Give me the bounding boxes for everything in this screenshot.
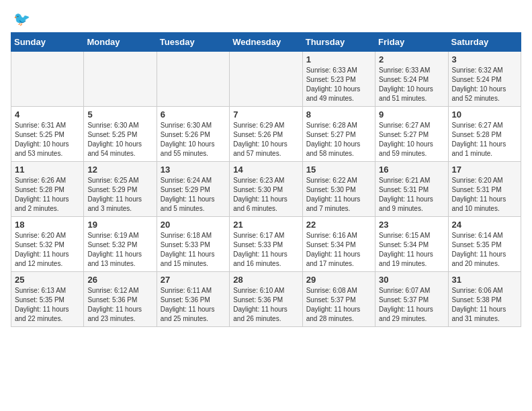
day-info: Sunrise: 6:30 AM Sunset: 5:25 PM Dayligh… — [87, 121, 152, 158]
day-number: 6 — [161, 109, 226, 120]
day-number: 9 — [379, 109, 444, 120]
day-number: 11 — [15, 165, 80, 175]
day-number: 21 — [233, 220, 298, 230]
calendar-cell: 2Sunrise: 6:33 AM Sunset: 5:24 PM Daylig… — [375, 52, 448, 107]
page-header: 🐦 — [11, 11, 521, 27]
day-number: 15 — [306, 165, 371, 175]
day-info: Sunrise: 6:33 AM Sunset: 5:24 PM Dayligh… — [379, 66, 444, 103]
day-info: Sunrise: 6:25 AM Sunset: 5:29 PM Dayligh… — [87, 176, 152, 214]
calendar-cell: 15Sunrise: 6:22 AM Sunset: 5:30 PM Dayli… — [302, 162, 375, 217]
day-info: Sunrise: 6:31 AM Sunset: 5:25 PM Dayligh… — [15, 121, 80, 158]
calendar-week-1: 1Sunrise: 6:33 AM Sunset: 5:23 PM Daylig… — [11, 52, 521, 107]
calendar-cell — [230, 52, 302, 107]
day-info: Sunrise: 6:28 AM Sunset: 5:27 PM Dayligh… — [306, 121, 371, 158]
calendar-cell: 26Sunrise: 6:12 AM Sunset: 5:36 PM Dayli… — [84, 272, 157, 327]
calendar-cell: 29Sunrise: 6:08 AM Sunset: 5:37 PM Dayli… — [302, 272, 375, 327]
calendar-cell: 17Sunrise: 6:20 AM Sunset: 5:31 PM Dayli… — [448, 162, 521, 217]
day-info: Sunrise: 6:33 AM Sunset: 5:23 PM Dayligh… — [306, 66, 371, 103]
calendar-cell: 23Sunrise: 6:15 AM Sunset: 5:34 PM Dayli… — [375, 217, 448, 272]
day-number: 23 — [379, 220, 444, 230]
day-number: 8 — [306, 109, 371, 120]
calendar-cell: 13Sunrise: 6:24 AM Sunset: 5:29 PM Dayli… — [157, 162, 229, 217]
day-info: Sunrise: 6:20 AM Sunset: 5:32 PM Dayligh… — [15, 231, 80, 269]
calendar-cell: 14Sunrise: 6:23 AM Sunset: 5:30 PM Dayli… — [230, 162, 302, 217]
day-number: 29 — [306, 275, 371, 285]
day-info: Sunrise: 6:24 AM Sunset: 5:29 PM Dayligh… — [161, 176, 226, 214]
header-thursday: Thursday — [302, 33, 375, 52]
calendar-cell: 31Sunrise: 6:06 AM Sunset: 5:38 PM Dayli… — [448, 272, 521, 327]
header-sunday: Sunday — [11, 33, 84, 52]
day-info: Sunrise: 6:18 AM Sunset: 5:33 PM Dayligh… — [161, 231, 226, 269]
calendar-cell: 25Sunrise: 6:13 AM Sunset: 5:35 PM Dayli… — [11, 272, 84, 327]
day-number: 25 — [15, 275, 80, 285]
day-info: Sunrise: 6:16 AM Sunset: 5:34 PM Dayligh… — [306, 231, 371, 269]
day-number: 27 — [161, 275, 226, 285]
calendar-cell: 10Sunrise: 6:27 AM Sunset: 5:28 PM Dayli… — [448, 107, 521, 162]
day-number: 19 — [87, 220, 152, 230]
day-info: Sunrise: 6:15 AM Sunset: 5:34 PM Dayligh… — [379, 231, 444, 269]
day-info: Sunrise: 6:23 AM Sunset: 5:30 PM Dayligh… — [233, 176, 298, 214]
calendar-cell: 9Sunrise: 6:27 AM Sunset: 5:27 PM Daylig… — [375, 107, 448, 162]
day-number: 26 — [87, 275, 152, 285]
day-number: 24 — [452, 220, 517, 230]
day-number: 2 — [379, 54, 444, 64]
calendar-cell — [157, 52, 229, 107]
logo: 🐦 — [11, 11, 30, 27]
calendar-cell: 30Sunrise: 6:07 AM Sunset: 5:37 PM Dayli… — [375, 272, 448, 327]
header-friday: Friday — [375, 33, 448, 52]
calendar-cell: 20Sunrise: 6:18 AM Sunset: 5:33 PM Dayli… — [157, 217, 229, 272]
calendar-week-3: 11Sunrise: 6:26 AM Sunset: 5:28 PM Dayli… — [11, 162, 521, 217]
calendar-table: SundayMondayTuesdayWednesdayThursdayFrid… — [11, 32, 521, 327]
day-number: 17 — [452, 165, 517, 175]
calendar-cell: 4Sunrise: 6:31 AM Sunset: 5:25 PM Daylig… — [11, 107, 84, 162]
calendar-cell: 27Sunrise: 6:11 AM Sunset: 5:36 PM Dayli… — [157, 272, 229, 327]
header-monday: Monday — [84, 33, 157, 52]
calendar-cell: 16Sunrise: 6:21 AM Sunset: 5:31 PM Dayli… — [375, 162, 448, 217]
calendar-cell: 22Sunrise: 6:16 AM Sunset: 5:34 PM Dayli… — [302, 217, 375, 272]
day-number: 20 — [161, 220, 226, 230]
day-info: Sunrise: 6:07 AM Sunset: 5:37 PM Dayligh… — [379, 286, 444, 324]
calendar-cell: 5Sunrise: 6:30 AM Sunset: 5:25 PM Daylig… — [84, 107, 157, 162]
calendar-cell: 3Sunrise: 6:32 AM Sunset: 5:24 PM Daylig… — [448, 52, 521, 107]
day-info: Sunrise: 6:14 AM Sunset: 5:35 PM Dayligh… — [452, 231, 517, 269]
day-number: 22 — [306, 220, 371, 230]
calendar-cell: 21Sunrise: 6:17 AM Sunset: 5:33 PM Dayli… — [230, 217, 302, 272]
day-info: Sunrise: 6:21 AM Sunset: 5:31 PM Dayligh… — [379, 176, 444, 214]
day-number: 3 — [452, 54, 517, 64]
day-info: Sunrise: 6:26 AM Sunset: 5:28 PM Dayligh… — [15, 176, 80, 214]
calendar-cell: 12Sunrise: 6:25 AM Sunset: 5:29 PM Dayli… — [84, 162, 157, 217]
day-number: 30 — [379, 275, 444, 285]
calendar-cell: 8Sunrise: 6:28 AM Sunset: 5:27 PM Daylig… — [302, 107, 375, 162]
calendar-cell: 7Sunrise: 6:29 AM Sunset: 5:26 PM Daylig… — [230, 107, 302, 162]
day-info: Sunrise: 6:19 AM Sunset: 5:32 PM Dayligh… — [87, 231, 152, 269]
logo-bird-icon: 🐦 — [13, 11, 30, 27]
day-number: 5 — [87, 109, 152, 120]
calendar-week-4: 18Sunrise: 6:20 AM Sunset: 5:32 PM Dayli… — [11, 217, 521, 272]
day-number: 14 — [233, 165, 298, 175]
header-wednesday: Wednesday — [230, 33, 302, 52]
calendar-week-5: 25Sunrise: 6:13 AM Sunset: 5:35 PM Dayli… — [11, 272, 521, 327]
day-info: Sunrise: 6:08 AM Sunset: 5:37 PM Dayligh… — [306, 286, 371, 324]
calendar-header-row: SundayMondayTuesdayWednesdayThursdayFrid… — [11, 33, 521, 52]
day-info: Sunrise: 6:32 AM Sunset: 5:24 PM Dayligh… — [452, 66, 517, 103]
day-number: 18 — [15, 220, 80, 230]
calendar-cell: 28Sunrise: 6:10 AM Sunset: 5:36 PM Dayli… — [230, 272, 302, 327]
day-number: 4 — [15, 109, 80, 120]
day-info: Sunrise: 6:13 AM Sunset: 5:35 PM Dayligh… — [15, 286, 80, 324]
calendar-cell — [11, 52, 84, 107]
day-number: 28 — [233, 275, 298, 285]
day-number: 31 — [452, 275, 517, 285]
day-info: Sunrise: 6:27 AM Sunset: 5:28 PM Dayligh… — [452, 121, 517, 158]
day-number: 12 — [87, 165, 152, 175]
day-info: Sunrise: 6:20 AM Sunset: 5:31 PM Dayligh… — [452, 176, 517, 214]
day-info: Sunrise: 6:12 AM Sunset: 5:36 PM Dayligh… — [87, 286, 152, 324]
calendar-cell — [84, 52, 157, 107]
calendar-cell: 19Sunrise: 6:19 AM Sunset: 5:32 PM Dayli… — [84, 217, 157, 272]
day-number: 16 — [379, 165, 444, 175]
day-info: Sunrise: 6:27 AM Sunset: 5:27 PM Dayligh… — [379, 121, 444, 158]
calendar-cell: 6Sunrise: 6:30 AM Sunset: 5:26 PM Daylig… — [157, 107, 229, 162]
calendar-week-2: 4Sunrise: 6:31 AM Sunset: 5:25 PM Daylig… — [11, 107, 521, 162]
header-saturday: Saturday — [448, 33, 521, 52]
day-number: 10 — [452, 109, 517, 120]
day-number: 7 — [233, 109, 298, 120]
